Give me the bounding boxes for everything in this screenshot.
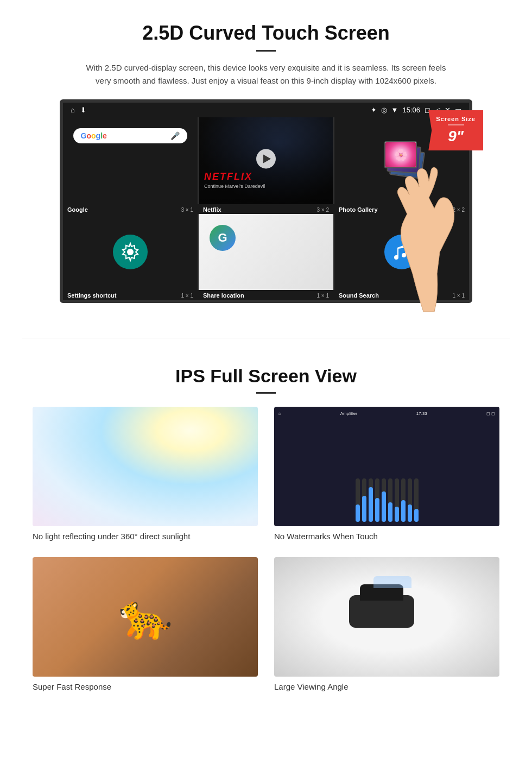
amp-sliders [278,419,495,522]
play-triangle-icon [263,154,271,163]
share-app-name: Share location [203,292,244,299]
bluetooth-icon: ✦ [371,106,377,114]
car-shape-container [349,595,425,639]
amp-icons: ◻ ◻ [486,411,495,416]
feature-sunlight-img [33,407,258,526]
share-label-row: Share location 1 × 1 [199,290,333,300]
usb-icon: ⬇ [80,106,86,114]
amp-slider-10 [414,478,419,522]
amp-home-icon: ⌂ [278,411,281,416]
car-windshield [373,576,411,588]
section1-title: 2.5D Curved Touch Screen [33,22,499,45]
google-logo: Google [81,131,107,140]
section-divider [22,338,510,338]
photo-label-row: Photo Gallery 2 × 2 [334,204,469,214]
netflix-logo: NETFLIX [204,171,252,182]
status-bar-left: ⌂ ⬇ [71,106,86,114]
status-bar: ⌂ ⬇ ✦ ◎ ▼ 15:06 ◻ ◁ ✕ ▭ [63,103,469,117]
wifi-icon: ▼ [391,106,398,114]
feature-car-img [274,557,499,677]
netflix-subtitle: Continue Marvel's Daredevil [204,184,265,189]
status-time: 15:06 [402,106,420,114]
settings-label-row: Settings shortcut 1 × 1 [63,290,198,300]
settings-app-size: 1 × 1 [181,293,193,299]
music-note-icon [393,243,410,261]
badge-label: Screen Size [436,116,476,122]
sunlight-visual [33,407,258,526]
google-search-bar[interactable]: Google 🎤 [73,128,188,143]
feature-sunlight: No light reflecting under 360° direct su… [33,407,258,541]
photo-app-size: 2 × 2 [452,207,465,213]
cheetah-emoji: 🐆 [118,591,173,642]
device-screen: ⌂ ⬇ ✦ ◎ ▼ 15:06 ◻ ◁ ✕ ▭ [60,99,472,303]
feature-amplifier-label: No Watermarks When Touch [274,532,499,541]
flower-image: 🌸 [385,142,416,167]
gear-icon [121,242,140,262]
google-cell-inner: Google 🎤 [63,117,198,204]
location-icon: ◎ [381,106,387,114]
section1-description: With 2.5D curved-display screen, this de… [81,61,451,87]
feature-car-label: Large Viewing Angle [274,682,499,691]
photo-card-front: 🌸 [384,141,417,168]
sound-app-size: 1 × 1 [452,293,465,299]
amp-slider-2 [362,478,366,522]
google-label-row: Google 3 × 1 [63,204,198,214]
badge-divider [448,124,464,125]
amp-time: 17:33 [416,411,427,416]
feature-car: Large Viewing Angle [274,557,499,691]
sound-label-row: Sound Search 1 × 1 [334,290,469,300]
car-body [349,595,414,628]
settings-app-name: Settings shortcut [67,292,116,299]
amp-title: Amplifier [340,411,357,416]
google-app-size: 3 × 1 [181,207,193,213]
features-grid: No light reflecting under 360° direct su… [33,407,499,691]
settings-icon-wrap [113,235,148,269]
section2-title-underline [256,392,276,394]
amp-slider-3 [369,478,373,522]
badge-size: 9" [436,128,476,145]
feature-cheetah: 🐆 Super Fast Response [33,557,258,691]
app-cell-sound-search[interactable] [334,214,469,290]
app-labels-row: Google 3 × 1 Netflix 3 × 2 Photo Gallery… [63,204,469,214]
amp-slider-8 [401,478,406,522]
photo-app-name: Photo Gallery [339,206,378,213]
share-location-cell-inner: G [199,214,333,290]
netflix-cell-inner: NETFLIX Continue Marvel's Daredevil [199,117,333,204]
amp-slider-6 [388,478,392,522]
amplifier-visual: ⌂ Amplifier 17:33 ◻ ◻ [274,407,499,526]
netflix-app-size: 3 × 2 [316,207,329,213]
app-cell-netflix[interactable]: NETFLIX Continue Marvel's Daredevil [199,117,333,204]
car-roof [360,584,403,601]
amp-header: ⌂ Amplifier 17:33 ◻ ◻ [278,411,495,416]
amp-slider-9 [408,478,412,522]
ips-full-screen-section: IPS Full Screen View No light reflecting… [0,355,532,713]
share-app-size: 1 × 1 [316,293,329,299]
mic-icon[interactable]: 🎤 [170,131,180,140]
app-cell-share-location[interactable]: G [199,214,333,290]
car-visual [274,557,499,677]
sound-search-icon-wrap [384,235,419,269]
feature-amplifier: ⌂ Amplifier 17:33 ◻ ◻ [274,407,499,541]
feature-cheetah-img: 🐆 [33,557,258,677]
amp-slider-5 [382,478,386,522]
feature-cheetah-label: Super Fast Response [33,682,258,691]
netflix-play-button[interactable] [256,149,276,168]
sound-search-cell-inner [334,214,469,290]
curved-touch-screen-section: 2.5D Curved Touch Screen With 2.5D curve… [0,0,532,321]
section2-title: IPS Full Screen View [33,365,499,387]
settings-cell-inner [63,214,198,290]
google-app-name: Google [67,206,88,213]
section1-title-underline [256,50,276,52]
app-grid-bottom: G [63,214,469,290]
device-mockup: Screen Size 9" ⌂ ⬇ ✦ ◎ ▼ 15:06 ◻ ◁ ✕ [60,99,472,303]
google-maps-icon: G [210,225,236,251]
home-icon[interactable]: ⌂ [71,106,75,114]
app-cell-google[interactable]: Google 🎤 [63,117,198,204]
app-cell-settings[interactable] [63,214,198,290]
feature-amplifier-img: ⌂ Amplifier 17:33 ◻ ◻ [274,407,499,526]
feature-sunlight-label: No light reflecting under 360° direct su… [33,532,258,541]
amp-slider-1 [356,478,360,522]
bottom-labels-row: Settings shortcut 1 × 1 Share location 1… [63,290,469,300]
amp-slider-4 [375,478,379,522]
sound-app-name: Sound Search [339,292,379,299]
